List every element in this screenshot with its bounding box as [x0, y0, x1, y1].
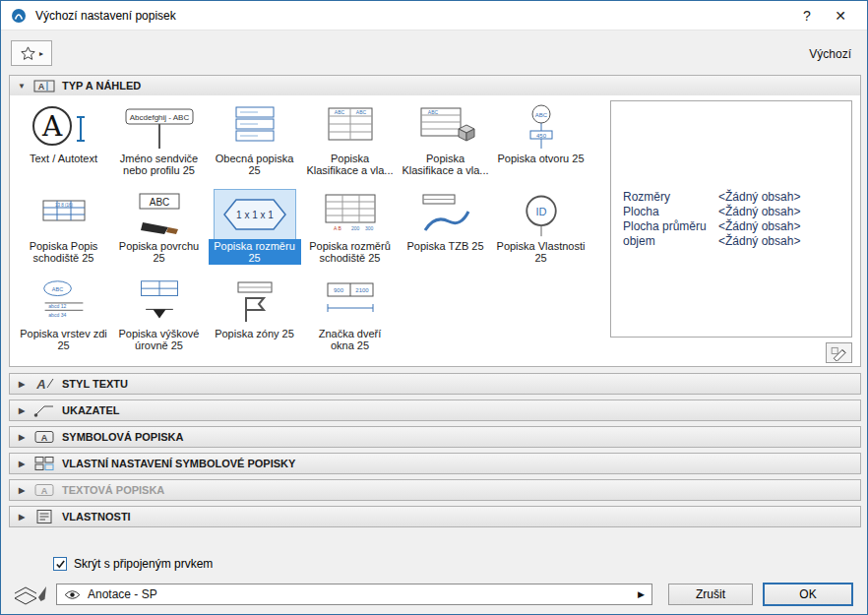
preview-param-name: Rozměry	[623, 190, 718, 205]
property-id-icon: ID	[501, 190, 582, 239]
label-type-item[interactable]: 13 8 (16)Popiska Popis schodiště 25	[16, 189, 111, 277]
svg-text:ABC: ABC	[534, 112, 547, 118]
text-autotext-icon: A	[24, 102, 104, 152]
chevron-down-icon: ▼	[17, 82, 27, 91]
preview-param-name: Plocha průměru	[623, 219, 718, 234]
svg-text:300: 300	[365, 225, 374, 231]
label-type-item[interactable]: ABC450Popiska otvoru 25	[493, 101, 589, 189]
surface-label-icon: ABC	[119, 190, 200, 239]
section-label: TEXTOVÁ POPISKA	[62, 484, 164, 496]
section-header-ukazatel[interactable]: ▶UKAZATEL	[9, 400, 861, 421]
preview-row: Plocha průměru<Žádný obsah>	[623, 219, 849, 234]
section-label: VLASTNÍ NASTAVENÍ SYMBOLOVÉ POPISKY	[62, 458, 295, 469]
label-type-item-label: Jméno sendviče nebo profilu 25	[113, 152, 206, 177]
preview-row: Plocha<Žádný obsah>	[623, 205, 849, 219]
chevron-right-icon: ▶	[17, 513, 27, 522]
default-label[interactable]: Výchozí	[809, 47, 851, 61]
eye-icon	[64, 589, 81, 600]
svg-text:ID: ID	[535, 206, 546, 217]
preview-rows: Rozměry<Žádný obsah>Plocha<Žádný obsah>P…	[623, 190, 849, 249]
svg-text:2100: 2100	[355, 287, 369, 293]
chevron-right-icon: ▶	[17, 406, 27, 415]
svg-text:200: 200	[351, 225, 360, 231]
section-label: UKAZATEL	[62, 404, 119, 416]
symbol-label-icon: A	[33, 429, 55, 445]
layer-combo[interactable]: Anotace - SP ▶	[56, 584, 652, 605]
label-type-item[interactable]: 9002100Značka dveří okna 25	[302, 277, 398, 364]
pointer-icon	[33, 402, 55, 418]
properties-icon	[33, 509, 55, 524]
level-label-icon	[119, 277, 200, 327]
collapsed-sections: ▶ASTYL TEXTU▶UKAZATEL▶ASYMBOLOVÁ POPISKA…	[9, 373, 861, 527]
svg-text:ABC: ABC	[334, 109, 344, 115]
app-icon	[11, 8, 27, 24]
hide-with-element-checkbox[interactable]	[53, 557, 67, 571]
label-type-item[interactable]: ABCPopiska Klasifikace a vla...	[398, 101, 493, 189]
label-type-item[interactable]: ABCabcd 12abcd 34Popiska vrstev zdi 25	[16, 277, 111, 364]
stair-dimensions-icon: A B200300	[310, 190, 391, 239]
svg-text:900: 900	[333, 287, 343, 293]
section-header-symbolova-popiska[interactable]: ▶ASYMBOLOVÁ POPISKA	[9, 426, 861, 448]
section-label: SYMBOLOVÁ POPISKA	[62, 431, 183, 443]
dialog-title: Výchozí nastavení popisek	[35, 9, 790, 23]
label-type-item[interactable]: Obecná popiska 25	[207, 101, 302, 189]
section-header-styl-textu[interactable]: ▶ASTYL TEXTU	[9, 373, 861, 395]
chevron-right-icon: ▶	[17, 460, 27, 468]
label-type-item[interactable]: 1 x 1 x 1Popiska rozměru 25	[207, 189, 302, 277]
label-type-item-label: Značka dveří okna 25	[304, 327, 397, 352]
label-type-item-label: Popiska TZB 25	[404, 239, 485, 253]
label-type-item[interactable]: Popiska TZB 25	[398, 189, 493, 277]
classification-label-icon: ABCABC	[310, 102, 391, 152]
section-header-vlastni-nastaveni-symbolove-popisky[interactable]: ▶VLASTNÍ NASTAVENÍ SYMBOLOVÉ POPISKY	[9, 453, 861, 474]
sandwich-name-icon: Abcdefghij - ABC	[119, 102, 200, 152]
pickup-parameters-button[interactable]	[826, 342, 852, 363]
preview-param-value: <Žádný obsah>	[718, 205, 800, 219]
pen-set-icon[interactable]	[13, 584, 48, 605]
svg-text:A B: A B	[334, 225, 341, 231]
label-type-item[interactable]: AText / Autotext	[16, 101, 111, 189]
cancel-button[interactable]: Zrušit	[668, 584, 753, 605]
label-type-item[interactable]: A B200300Popiska rozměrů schodiště 25	[302, 189, 398, 277]
label-type-item[interactable]: ABCPopiska povrchu 25	[111, 189, 207, 277]
tzb-label-icon	[405, 190, 486, 239]
ok-button[interactable]: OK	[763, 583, 853, 606]
preview-param-name: objem	[623, 234, 718, 249]
label-type-item-label: Popiska Klasifikace a vla...	[304, 152, 397, 177]
svg-text:A: A	[40, 110, 62, 143]
label-type-item[interactable]: Abcdefghij - ABCJméno sendviče nebo prof…	[111, 101, 207, 189]
section-header-vlastnosti[interactable]: ▶VLASTNOSTI	[9, 506, 861, 527]
label-type-item-label: Popiska výškové úrovně 25	[113, 327, 206, 352]
door-window-label-icon: 9002100	[310, 277, 391, 327]
wall-layers-icon: ABCabcd 12abcd 34	[24, 277, 104, 327]
label-type-item[interactable]: ABCABCPopiska Klasifikace a vla...	[302, 101, 398, 189]
label-type-item[interactable]: Popiska zóny 25	[207, 277, 302, 364]
svg-text:A: A	[41, 486, 48, 496]
type-preview-panel: AText / AutotextAbcdefghij - ABCJméno se…	[9, 95, 861, 367]
dimension-label-icon: 1 x 1 x 1	[215, 190, 295, 239]
help-button[interactable]: ?	[790, 2, 824, 30]
svg-text:ABC: ABC	[427, 109, 438, 115]
svg-text:ABC: ABC	[149, 197, 169, 208]
preview-row: objem<Žádný obsah>	[623, 234, 849, 249]
stair-description-icon: 13 8 (16)	[24, 190, 104, 239]
check-icon	[55, 559, 66, 570]
svg-text:A: A	[38, 82, 45, 92]
label-type-item-label: Popiska rozměru 25	[209, 239, 301, 265]
svg-text:ABC: ABC	[51, 286, 62, 292]
label-type-item-label: Popiska zóny 25	[213, 327, 296, 340]
section-header-typ-a-nahled[interactable]: ▼ A TYP A NÁHLED	[9, 75, 861, 96]
preview-param-value: <Žádný obsah>	[718, 219, 800, 234]
favorites-arrow-icon: ▸	[39, 49, 43, 58]
favorites-button[interactable]: ▸	[11, 40, 52, 66]
label-type-item[interactable]: Popiska výškové úrovně 25	[111, 277, 207, 364]
section-label: TYP A NÁHLED	[62, 80, 141, 92]
close-button[interactable]: ✕	[824, 2, 857, 30]
svg-text:A: A	[41, 433, 48, 443]
chevron-right-icon: ▶	[17, 380, 27, 389]
titlebar: Výchozí nastavení popisek ? ✕	[1, 1, 867, 31]
label-type-item[interactable]: IDPopiska Vlastnosti 25	[493, 189, 589, 277]
label-type-grid: AText / AutotextAbcdefghij - ABCJméno se…	[16, 101, 594, 364]
svg-text:abcd 34: abcd 34	[48, 312, 66, 318]
zone-label-icon	[215, 277, 295, 327]
section-header-textova-popiska[interactable]: ▶ATEXTOVÁ POPISKA	[9, 479, 861, 501]
